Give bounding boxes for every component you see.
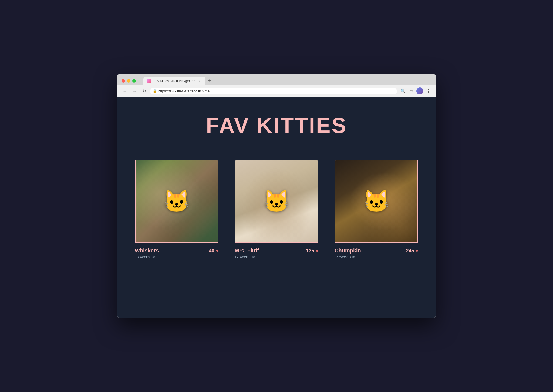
- cat-name-mrs-fluff: Mrs. Fluff: [235, 248, 259, 254]
- cat-photo-mrs-fluff: 🐱: [235, 160, 318, 242]
- cat-photo-whiskers: 🐱: [136, 160, 218, 242]
- browser-chrome: Fav Kitties Glitch Playground × + ← → ↻ …: [117, 74, 436, 97]
- browser-window: Fav Kitties Glitch Playground × + ← → ↻ …: [117, 74, 436, 318]
- hearts-count-chumpkin: 245: [406, 248, 414, 254]
- cat-photo-chumpkin: 🐱: [335, 160, 417, 242]
- close-window-button[interactable]: [122, 79, 125, 83]
- menu-button[interactable]: ⋮: [424, 87, 432, 95]
- forward-icon: →: [133, 89, 137, 93]
- cat-name-chumpkin: Chumpkin: [335, 248, 361, 254]
- search-button[interactable]: 🔍: [399, 87, 407, 95]
- cat-card-chumpkin: 🐱 Chumpkin 35 weeks old 245 ♥: [335, 160, 418, 259]
- menu-icon: ⋮: [426, 89, 430, 93]
- active-tab[interactable]: Fav Kitties Glitch Playground ×: [143, 77, 205, 85]
- profile-avatar[interactable]: [416, 87, 423, 94]
- cat-emoji-whiskers: 🐱: [163, 189, 190, 214]
- address-bar-wrapper: 🔒: [150, 88, 397, 94]
- cat-card-whiskers: 🐱 Whiskers 13 weeks old 40 ♥: [135, 160, 218, 259]
- heart-icon-chumpkin: ♥: [416, 249, 419, 254]
- cat-name-whiskers: Whiskers: [135, 248, 159, 254]
- cat-text-whiskers: Whiskers 13 weeks old: [135, 248, 159, 259]
- hearts-count-mrs-fluff: 135: [306, 248, 314, 254]
- maximize-window-button[interactable]: [132, 79, 136, 83]
- cat-info-mrs-fluff: Mrs. Fluff 17 weeks old 135 ♥: [235, 248, 318, 259]
- tab-favicon: [147, 79, 151, 83]
- cat-emoji-chumpkin: 🐱: [363, 189, 390, 214]
- cat-hearts-chumpkin[interactable]: 245 ♥: [406, 248, 418, 254]
- bookmark-button[interactable]: ☆: [408, 87, 415, 95]
- heart-icon-whiskers: ♥: [216, 249, 219, 254]
- tabs-bar: Fav Kitties Glitch Playground × +: [143, 76, 431, 85]
- cat-info-whiskers: Whiskers 13 weeks old 40 ♥: [135, 248, 218, 259]
- cat-image-chumpkin[interactable]: 🐱: [335, 160, 418, 243]
- cat-emoji-mrs-fluff: 🐱: [263, 189, 290, 214]
- page-content: FAV KITTIES 🐱 Whiskers 13 weeks old 40: [117, 97, 436, 318]
- cat-text-chumpkin: Chumpkin 35 weeks old: [335, 248, 361, 259]
- hearts-count-whiskers: 40: [209, 248, 214, 254]
- lock-icon: 🔒: [153, 89, 157, 93]
- cat-text-mrs-fluff: Mrs. Fluff 17 weeks old: [235, 248, 259, 259]
- browser-titlebar: Fav Kitties Glitch Playground × +: [117, 74, 436, 85]
- cat-image-mrs-fluff[interactable]: 🐱: [235, 160, 318, 243]
- heart-icon-mrs-fluff: ♥: [316, 249, 319, 254]
- traffic-lights: [122, 79, 136, 83]
- reload-button[interactable]: ↻: [140, 87, 148, 95]
- cat-hearts-whiskers[interactable]: 40 ♥: [209, 248, 218, 254]
- tab-close-button[interactable]: ×: [197, 79, 202, 83]
- page-title: FAV KITTIES: [206, 113, 347, 138]
- cat-image-whiskers[interactable]: 🐱: [135, 160, 218, 243]
- minimize-window-button[interactable]: [127, 79, 130, 83]
- forward-button[interactable]: →: [131, 87, 138, 95]
- cats-grid: 🐱 Whiskers 13 weeks old 40 ♥: [128, 160, 425, 259]
- cat-info-chumpkin: Chumpkin 35 weeks old 245 ♥: [335, 248, 418, 259]
- cat-card-mrs-fluff: 🐱 Mrs. Fluff 17 weeks old 135 ♥: [235, 160, 318, 259]
- back-icon: ←: [123, 89, 127, 93]
- browser-toolbar: ← → ↻ 🔒 🔍 ☆ ⋮: [117, 85, 436, 97]
- toolbar-icons: 🔍 ☆ ⋮: [399, 87, 432, 95]
- tab-title: Fav Kitties Glitch Playground: [154, 79, 195, 83]
- address-input[interactable]: [150, 88, 397, 94]
- reload-icon: ↻: [143, 89, 146, 93]
- search-icon: 🔍: [400, 89, 406, 93]
- cat-age-mrs-fluff: 17 weeks old: [235, 255, 259, 259]
- cat-age-chumpkin: 35 weeks old: [335, 255, 361, 259]
- cat-hearts-mrs-fluff[interactable]: 135 ♥: [306, 248, 318, 254]
- cat-age-whiskers: 13 weeks old: [135, 255, 159, 259]
- star-icon: ☆: [410, 89, 413, 93]
- new-tab-button[interactable]: +: [205, 76, 214, 85]
- back-button[interactable]: ←: [121, 87, 129, 95]
